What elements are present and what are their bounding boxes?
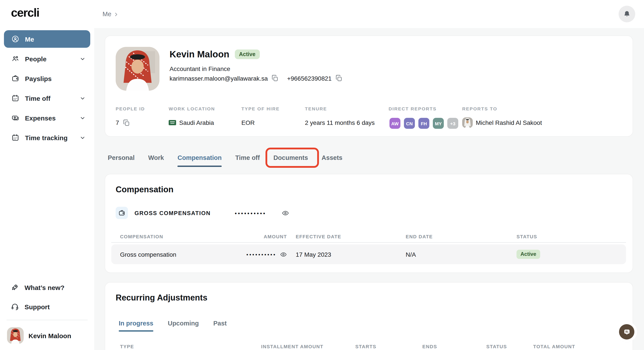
bell-icon [623,10,631,18]
profile-contact-row: karimnasser.maloon@yallawarak.sa +966562… [170,74,342,82]
row-status-badge: Active [516,250,540,259]
sidebar-user[interactable]: Kevin Maloon [0,324,94,346]
sidebar-item-me[interactable]: Me [4,30,90,48]
meta-reports-to: REPORTS TO Michel Rashid Al Sakoot [462,106,628,130]
chat-widget-button[interactable] [619,324,634,340]
sidebar-footer: What’s new? Support [0,278,94,350]
direct-report-avatar[interactable]: CN [403,117,416,130]
sidebar-item-people[interactable]: People [4,50,90,68]
breadcrumb-label: Me [102,10,111,18]
rocket-icon [11,284,19,291]
tab-personal[interactable]: Personal [108,149,135,166]
masked-amount: •••••••••• [235,210,266,216]
tab-upcoming[interactable]: Upcoming [168,316,199,331]
reports-to-value: Michel Rashid Al Sakoot [476,119,542,126]
row-effective-date: 17 May 2023 [287,251,406,258]
screen: cercli Me People [0,0,644,350]
cash-icon [12,114,19,122]
recurring-tabs: In progress Upcoming Past [119,316,227,331]
profile-card: Kevin Maloon Active Accountant in Financ… [105,36,633,137]
table-row[interactable]: Gross compensation •••••••••• 17 May 202… [111,244,626,264]
meta-work-location: WORK LOCATION Saudi Arabia [169,106,242,130]
chevron-right-icon [113,11,119,17]
profile-job-title: Accountant in Finance [170,65,230,72]
support-link[interactable]: Support [0,297,94,316]
copy-email-icon[interactable] [272,74,279,82]
work-location-value: Saudi Arabia [179,119,214,126]
tab-compensation[interactable]: Compensation [178,149,222,166]
manager-avatar[interactable] [462,118,473,128]
sidebar-item-label: Expenses [25,114,56,122]
profile-meta-row: PEOPLE ID 7 WORK LOCATION [116,106,628,130]
sidebar-item-time-tracking[interactable]: Time tracking [4,129,90,146]
row-masked-amount: •••••••••• [246,252,276,257]
sidebar: cercli Me People [0,0,94,350]
tab-work[interactable]: Work [148,149,164,166]
chevron-down-icon [79,56,86,62]
type-of-hire-value: EOR [242,119,255,126]
tab-time-off[interactable]: Time off [235,149,260,166]
sidebar-item-label: People [25,55,46,62]
chevron-down-icon [79,95,86,102]
sidebar-item-expenses[interactable]: Expenses [4,109,90,126]
row-end-date: N/A [406,251,516,258]
main-content: Kevin Maloon Active Accountant in Financ… [94,28,644,350]
calendar-icon [12,134,19,142]
people-icon [12,55,19,63]
sidebar-item-label: Time tracking [25,134,68,141]
saudi-arabia-flag-icon [169,120,176,125]
profile-tabs: Personal Work Compensation Time off Docu… [108,149,342,166]
profile-email: karimnasser.maloon@yallawarak.sa [170,75,268,82]
whats-new-label: What’s new? [24,284,64,291]
recurring-adjustments-card: Recurring Adjustments In progress Upcomi… [105,282,633,350]
compensation-table: COMPENSATION AMOUNT EFFECTIVE DATE END D… [111,230,626,264]
profile-photo [116,47,160,91]
copy-phone-icon[interactable] [335,74,342,82]
headset-icon [11,303,19,310]
compensation-heading: Compensation [116,185,174,194]
direct-report-avatar[interactable]: AW [388,117,401,130]
eye-icon[interactable] [280,251,287,258]
recurring-heading: Recurring Adjustments [116,293,208,303]
wallet-icon [12,74,19,82]
tenure-value: 2 years 11 months 6 days [305,119,375,126]
avatar [7,327,24,344]
direct-report-avatar[interactable]: FH [418,117,430,130]
notifications-button[interactable] [618,6,635,22]
row-compensation: Gross compensation [120,251,243,258]
breadcrumb[interactable]: Me [102,10,119,18]
eye-icon[interactable] [282,210,289,217]
sidebar-item-label: Me [25,35,34,43]
table-header-row: COMPENSATION AMOUNT EFFECTIVE DATE END D… [111,230,626,243]
user-circle-icon [12,35,19,43]
tab-assets[interactable]: Assets [322,149,342,166]
tab-past[interactable]: Past [213,316,227,331]
compensation-card: Compensation GROSS COMPENSATION ••••••••… [105,174,633,273]
meta-tenure: TENURE 2 years 11 months 6 days [305,106,388,130]
tab-documents[interactable]: Documents [273,149,308,166]
chevron-down-icon [79,134,86,141]
sidebar-nav: Me People [0,20,94,146]
direct-reports-overflow-badge[interactable]: +3 [446,117,459,130]
tab-in-progress[interactable]: In progress [119,316,153,331]
direct-report-avatar[interactable]: MY [432,117,445,130]
whats-new-link[interactable]: What’s new? [0,278,94,297]
gross-compensation-row: GROSS COMPENSATION •••••••••• [116,207,622,219]
gross-compensation-label: GROSS COMPENSATION [134,210,211,216]
sidebar-item-label: Time off [25,94,50,102]
meta-people-id: PEOPLE ID 7 [116,106,169,130]
sidebar-user-name: Kevin Maloon [28,332,71,339]
calendar-icon [12,94,19,102]
recurring-table-header-row: TYPE INSTALLMENT AMOUNT STARTS ENDS STAT… [111,340,626,350]
chat-bubble-icon [623,328,631,336]
profile-phone: +966562390821 [287,75,332,82]
wallet-chip-icon [116,207,128,219]
people-id-value: 7 [116,119,119,126]
sidebar-item-payslips[interactable]: Payslips [4,70,90,87]
meta-direct-reports: DIRECT REPORTS AW CN FH MY +3 [388,106,462,130]
chevron-down-icon [79,114,86,121]
copy-id-icon[interactable] [123,119,130,126]
topbar: Me [94,0,644,28]
status-badge: Active [234,50,260,59]
sidebar-item-time-off[interactable]: Time off [4,89,90,107]
